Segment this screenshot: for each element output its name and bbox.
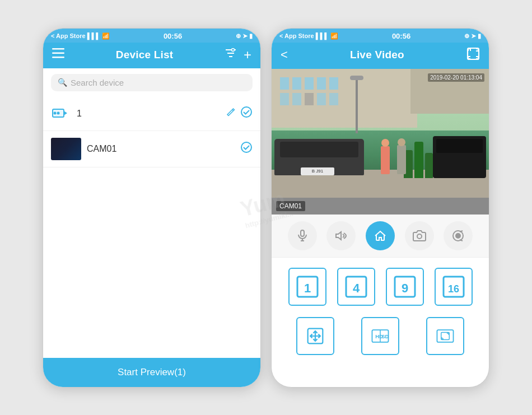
left-phone: < App Store ▌▌▌ 📶 00:56 ⊕ ➤ ▮ — [43, 28, 261, 388]
back-appstore-left[interactable]: < App Store — [51, 32, 86, 39]
status-left-right: < App Store ▌▌▌ 📶 — [279, 32, 338, 40]
wifi-right: 📶 — [330, 32, 338, 40]
svg-rect-1 — [52, 53, 64, 54]
controls-row — [272, 215, 489, 258]
back-appstore-right[interactable]: < App Store — [279, 32, 314, 39]
video-timestamp: 2019-02-20 01:13:04 — [428, 73, 484, 82]
back-icon-right[interactable]: < — [281, 48, 288, 62]
mic-button[interactable] — [288, 221, 317, 250]
start-preview-button[interactable]: Start Preview(1) — [43, 358, 260, 387]
svg-point-13 — [241, 142, 251, 152]
svg-rect-14 — [468, 48, 479, 59]
video-cam-label: CAM01 — [276, 201, 305, 211]
svg-rect-2 — [52, 57, 64, 58]
svg-text:16: 16 — [447, 283, 459, 295]
battery-icon-right: ▮ — [478, 32, 481, 40]
grid-9-button[interactable]: 9 — [386, 268, 424, 306]
time-left: 00:56 — [164, 32, 182, 40]
nav-title-left: Device List — [116, 49, 174, 61]
group-name: 1 — [77, 109, 220, 119]
right-phone: < App Store ▌▌▌ 📶 00:56 ⊕ ➤ ▮ < Live Vid… — [271, 28, 489, 388]
grid-options: 1 4 9 — [272, 258, 489, 311]
device-list: 1 — [43, 97, 260, 167]
battery-icon-left: ▮ — [249, 32, 253, 40]
add-icon-left[interactable]: + — [244, 47, 251, 63]
search-bar: 🔍 Search device — [43, 68, 260, 97]
status-right-left: ⊕ ➤ ▮ — [236, 32, 253, 40]
aspect-ratio-button[interactable] — [426, 317, 464, 355]
check-icon-cam[interactable] — [240, 141, 253, 156]
hd-sd-button[interactable]: HD SD — [361, 317, 399, 355]
signal-left: ▌▌▌ — [87, 32, 100, 39]
edit-icon[interactable] — [226, 107, 236, 120]
group-icon — [51, 104, 71, 124]
svg-text:1: 1 — [304, 281, 310, 295]
cam-name: CAM01 — [87, 144, 235, 154]
list-item[interactable]: CAM01 — [43, 131, 260, 167]
grid-16-button[interactable]: 16 — [435, 268, 473, 306]
search-icon: 🔍 — [58, 78, 67, 87]
status-bar-left: < App Store ▌▌▌ 📶 00:56 ⊕ ➤ ▮ — [43, 29, 260, 43]
svg-text:9: 9 — [401, 281, 408, 295]
home-button[interactable] — [366, 221, 395, 250]
arrow-icon-left: ➤ — [242, 32, 248, 40]
wifi-left: 📶 — [102, 32, 110, 40]
svg-point-9 — [54, 111, 57, 114]
status-bar-right: < App Store ▌▌▌ 📶 00:56 ⊕ ➤ ▮ — [272, 29, 489, 43]
svg-point-12 — [241, 107, 251, 117]
arrow-icon-right: ➤ — [471, 32, 476, 40]
search-input-wrapper[interactable]: 🔍 Search device — [51, 74, 253, 91]
status-left-left: < App Store ▌▌▌ 📶 — [51, 32, 110, 40]
ptz-button[interactable] — [296, 317, 334, 355]
fullscreen-icon[interactable] — [466, 47, 480, 63]
snapshot-button[interactable] — [405, 221, 434, 250]
svg-marker-18 — [336, 232, 341, 240]
grid-1-button[interactable]: 1 — [288, 268, 326, 306]
svg-point-19 — [417, 234, 422, 239]
list-item[interactable]: 1 — [43, 97, 260, 131]
svg-rect-0 — [52, 48, 64, 50]
nav-bar-right: < Live Video — [272, 43, 489, 69]
svg-text:4: 4 — [352, 281, 360, 295]
svg-point-21 — [456, 234, 460, 238]
menu-icon-left[interactable] — [52, 48, 64, 61]
speaker-button[interactable] — [326, 221, 356, 250]
camera-thumbnail — [51, 138, 81, 160]
nav-bar-left: Device List + — [43, 43, 260, 68]
filter-icon-left[interactable] — [225, 48, 237, 61]
grid-4-button[interactable]: 4 — [337, 268, 375, 306]
svg-point-10 — [57, 111, 60, 114]
check-icon-group[interactable] — [240, 106, 253, 121]
nav-title-right: Live Video — [350, 49, 404, 61]
signal-right: ▌▌▌ — [316, 32, 329, 39]
svg-text:SD: SD — [381, 333, 389, 339]
status-right-right: ⊕ ➤ ▮ — [464, 32, 481, 40]
svg-point-6 — [231, 49, 234, 52]
time-right: 00:56 — [392, 32, 410, 40]
svg-rect-15 — [301, 230, 304, 236]
bottom-icons-row: HD SD — [272, 311, 489, 366]
record-button[interactable] — [444, 221, 473, 250]
svg-marker-8 — [64, 111, 67, 115]
svg-rect-39 — [437, 330, 453, 342]
live-video: B J91 — [272, 69, 489, 215]
svg-line-11 — [232, 110, 234, 111]
location-icon-right: ⊕ — [464, 32, 469, 40]
location-icon-left: ⊕ — [236, 32, 241, 40]
search-placeholder: Search device — [71, 78, 124, 87]
